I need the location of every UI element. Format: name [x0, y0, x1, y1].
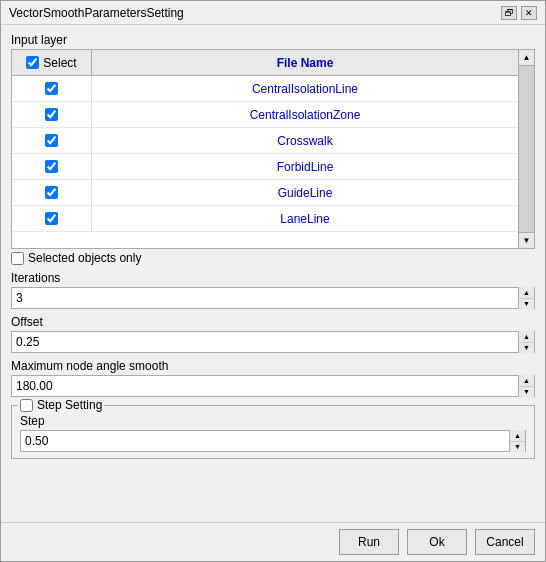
input-layer-section: Input layer Select File Name [11, 33, 535, 265]
footer: Run Ok Cancel [1, 522, 545, 561]
table-row: ForbidLine [12, 154, 518, 180]
max-angle-input[interactable] [12, 379, 518, 393]
step-label: Step [20, 414, 526, 428]
restore-button[interactable]: 🗗 [501, 6, 517, 20]
scroll-down-button[interactable]: ▼ [519, 232, 534, 248]
main-window: VectorSmoothParametersSetting 🗗 ✕ Input … [0, 0, 546, 562]
filename-header-label: File Name [92, 56, 518, 70]
scroll-track[interactable] [519, 66, 534, 232]
row-name-6: LaneLine [92, 212, 518, 226]
row-checkbox-4 [12, 154, 92, 179]
table-inner: Select File Name CentralIsolationLine Ce… [12, 50, 518, 248]
iterations-group: Iterations ▲ ▼ [11, 271, 535, 309]
step-spinbox: ▲ ▼ [20, 430, 526, 452]
step-field-group: Step ▲ ▼ [20, 414, 526, 452]
cancel-button[interactable]: Cancel [475, 529, 535, 555]
row-name-4: ForbidLine [92, 160, 518, 174]
step-input[interactable] [21, 434, 509, 448]
iterations-label: Iterations [11, 271, 535, 285]
max-angle-spin-buttons: ▲ ▼ [518, 375, 534, 397]
row-checkbox-1 [12, 76, 92, 101]
row-checkbox-5 [12, 180, 92, 205]
table-row: GuideLine [12, 180, 518, 206]
table-row: CentralIsolationLine [12, 76, 518, 102]
step-setting-checkbox[interactable] [20, 399, 33, 412]
row-checkbox-2 [12, 102, 92, 127]
content-area: Input layer Select File Name [1, 25, 545, 522]
offset-spinbox: ▲ ▼ [11, 331, 535, 353]
iterations-input[interactable] [12, 291, 518, 305]
layer-table: Select File Name CentralIsolationLine Ce… [11, 49, 535, 249]
table-header: Select File Name [12, 50, 518, 76]
offset-spin-buttons: ▲ ▼ [518, 331, 534, 353]
select-header-label: Select [43, 56, 76, 70]
table-body: CentralIsolationLine CentralIsolationZon… [12, 76, 518, 248]
offset-input[interactable] [12, 335, 518, 349]
input-layer-label: Input layer [11, 33, 535, 47]
close-button[interactable]: ✕ [521, 6, 537, 20]
step-setting-legend-label: Step Setting [37, 398, 102, 412]
iterations-spinbox: ▲ ▼ [11, 287, 535, 309]
max-angle-group: Maximum node angle smooth ▲ ▼ [11, 359, 535, 397]
row-checkbox-6 [12, 206, 92, 231]
max-angle-spinbox: ▲ ▼ [11, 375, 535, 397]
selected-only-label: Selected objects only [28, 251, 141, 265]
iterations-down-button[interactable]: ▼ [519, 299, 534, 310]
offset-label: Offset [11, 315, 535, 329]
step-legend: Step Setting [18, 398, 104, 412]
step-down-button[interactable]: ▼ [510, 442, 525, 453]
row-name-5: GuideLine [92, 186, 518, 200]
offset-down-button[interactable]: ▼ [519, 343, 534, 354]
table-row: CentralIsolationZone [12, 102, 518, 128]
table-row: LaneLine [12, 206, 518, 232]
table-row: Crosswalk [12, 128, 518, 154]
iterations-spin-buttons: ▲ ▼ [518, 287, 534, 309]
row-name-3: Crosswalk [92, 134, 518, 148]
row-name-2: CentralIsolationZone [92, 108, 518, 122]
title-bar: VectorSmoothParametersSetting 🗗 ✕ [1, 1, 545, 25]
max-angle-label: Maximum node angle smooth [11, 359, 535, 373]
table-header-select-col: Select [12, 50, 92, 75]
title-bar-controls: 🗗 ✕ [501, 6, 537, 20]
selected-only-row: Selected objects only [11, 251, 535, 265]
window-title: VectorSmoothParametersSetting [9, 6, 184, 20]
selected-only-checkbox[interactable] [11, 252, 24, 265]
offset-up-button[interactable]: ▲ [519, 331, 534, 343]
iterations-up-button[interactable]: ▲ [519, 287, 534, 299]
max-angle-up-button[interactable]: ▲ [519, 375, 534, 387]
step-setting-group: Step Setting Step ▲ ▼ [11, 405, 535, 459]
step-up-button[interactable]: ▲ [510, 430, 525, 442]
ok-button[interactable]: Ok [407, 529, 467, 555]
step-spin-buttons: ▲ ▼ [509, 430, 525, 452]
scroll-up-button[interactable]: ▲ [519, 50, 534, 66]
table-scrollbar: ▲ ▼ [518, 50, 534, 248]
select-all-checkbox[interactable] [26, 56, 39, 69]
offset-group: Offset ▲ ▼ [11, 315, 535, 353]
max-angle-down-button[interactable]: ▼ [519, 387, 534, 398]
row-checkbox-3 [12, 128, 92, 153]
run-button[interactable]: Run [339, 529, 399, 555]
row-name-1: CentralIsolationLine [92, 82, 518, 96]
